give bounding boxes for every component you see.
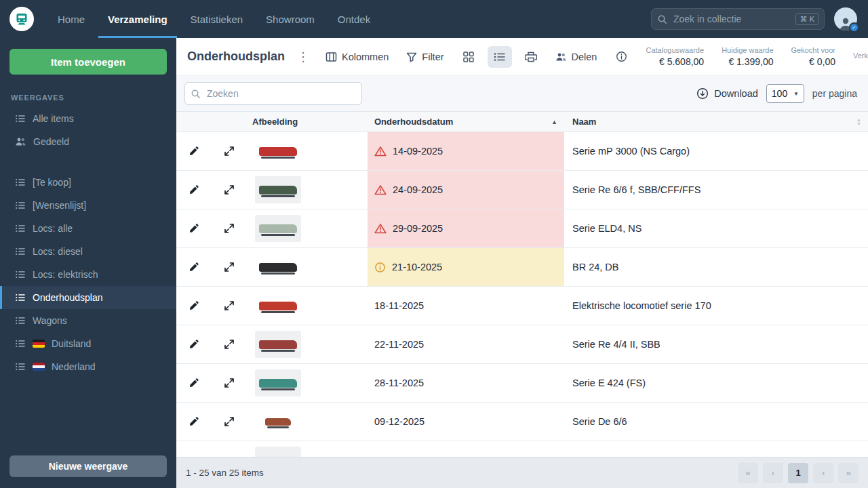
sidebar-item-wagons[interactable]: Wagons bbox=[0, 309, 176, 332]
table-row: 09-12-2025Serie De 6/6 bbox=[176, 403, 868, 441]
page-title: Onderhoudsplan bbox=[187, 49, 285, 64]
stat-label: Cataloguswaarde bbox=[646, 46, 705, 54]
col-afbeelding[interactable]: Afbeelding bbox=[247, 112, 368, 131]
table-footer: 1 - 25 van 25 items «‹1›» bbox=[176, 457, 868, 488]
alert-triangle-icon bbox=[374, 146, 387, 157]
page-button[interactable]: ‹ bbox=[763, 463, 783, 483]
maintenance-date: 29-09-2025 bbox=[393, 223, 443, 234]
stat-value: € 1.399,00 bbox=[722, 56, 773, 67]
item-thumbnail[interactable] bbox=[255, 369, 301, 396]
expand-icon[interactable] bbox=[224, 184, 235, 195]
edit-icon[interactable] bbox=[189, 262, 199, 272]
keyboard-shortcut-badge: ⌘ K bbox=[795, 13, 819, 25]
edit-icon[interactable] bbox=[189, 339, 199, 350]
nav-item-statistieken[interactable]: Statistieken bbox=[179, 0, 255, 38]
columns-button[interactable]: Kolommen bbox=[320, 47, 394, 66]
expand-icon[interactable] bbox=[224, 339, 235, 350]
flag-nl-icon bbox=[33, 363, 45, 371]
item-thumbnail[interactable] bbox=[255, 331, 301, 358]
table-row: 28-11-2025Serie E 424 (FS) bbox=[176, 364, 868, 403]
edit-icon[interactable] bbox=[189, 378, 199, 388]
expand-icon[interactable] bbox=[224, 300, 235, 311]
sidebar-item-duitsland[interactable]: Duitsland bbox=[0, 332, 176, 355]
page-button-current[interactable]: 1 bbox=[788, 463, 808, 483]
list-view-button[interactable] bbox=[488, 46, 512, 68]
download-label: Download bbox=[714, 88, 758, 99]
new-view-button[interactable]: Nieuwe weergave bbox=[9, 455, 167, 477]
nav-item-verzameling[interactable]: Verzameling bbox=[96, 0, 179, 38]
edit-icon[interactable] bbox=[189, 146, 199, 157]
page-size-select[interactable]: 100 ▼ bbox=[766, 84, 804, 103]
sort-icons: ▲▼ bbox=[856, 118, 861, 126]
nav-item-showroom[interactable]: Showroom bbox=[254, 0, 326, 38]
add-item-button[interactable]: Item toevoegen bbox=[9, 49, 167, 75]
sidebar-item-alle-items[interactable]: Alle items bbox=[0, 107, 176, 130]
share-button[interactable]: Delen bbox=[550, 47, 603, 66]
alert-triangle-icon bbox=[374, 223, 387, 234]
columns-icon bbox=[326, 52, 337, 62]
col-naam[interactable]: Naam ▲▼ bbox=[564, 112, 868, 131]
item-thumbnail[interactable] bbox=[255, 447, 301, 457]
col-onderhoudsdatum[interactable]: Onderhoudsdatum ▲ bbox=[368, 112, 564, 131]
edit-icon[interactable] bbox=[189, 416, 199, 427]
train-image bbox=[259, 302, 297, 310]
app-logo[interactable] bbox=[9, 7, 34, 31]
expand-icon[interactable] bbox=[224, 146, 235, 157]
print-button[interactable] bbox=[519, 46, 543, 68]
more-menu-button[interactable]: ⋮ bbox=[293, 49, 313, 64]
expand-icon[interactable] bbox=[224, 223, 235, 234]
expand-icon[interactable] bbox=[224, 262, 235, 272]
expand-icon[interactable] bbox=[224, 378, 235, 388]
sidebar-group-gap bbox=[9, 153, 167, 171]
item-name-cell: Serie E 424 (FS) bbox=[564, 364, 868, 402]
nav-item-ontdek[interactable]: Ontdek bbox=[326, 0, 382, 38]
avatar[interactable]: ✓ bbox=[834, 7, 857, 30]
filter-button[interactable]: Filter bbox=[401, 47, 449, 66]
table-body: 14-09-2025Serie mP 3000 (NS Cargo)24-09-… bbox=[176, 132, 868, 457]
page-button[interactable]: » bbox=[838, 463, 859, 483]
list-icon bbox=[15, 338, 26, 349]
sidebar-item-label: [Wensenlijst] bbox=[33, 200, 86, 211]
maintenance-date-cell: 22-11-2025 bbox=[368, 325, 564, 363]
sidebar-item-locs-elektrisch[interactable]: Locs: elektrisch bbox=[0, 263, 176, 286]
download-button[interactable]: Download bbox=[696, 87, 758, 100]
item-thumbnail[interactable] bbox=[255, 253, 301, 281]
expand-icon[interactable] bbox=[224, 416, 235, 427]
sidebar-item-locs-alle[interactable]: Locs: alle bbox=[0, 217, 176, 240]
verified-badge-icon: ✓ bbox=[849, 22, 859, 33]
sidebar-item-wensenlijst[interactable]: [Wensenlijst] bbox=[0, 194, 176, 217]
page-button[interactable]: « bbox=[738, 463, 758, 483]
view-toolbar: Onderhoudsplan ⋮ Kolommen Filter bbox=[176, 38, 868, 76]
item-thumbnail[interactable] bbox=[255, 292, 301, 319]
col-edit bbox=[176, 112, 212, 131]
page-size-value: 100 bbox=[772, 88, 787, 99]
share-label: Delen bbox=[572, 52, 597, 62]
stat-gekocht-voor: Gekocht voor€ 0,00 bbox=[791, 46, 835, 67]
table-search-input[interactable] bbox=[184, 82, 362, 105]
sidebar-item-te-koop[interactable]: [Te koop] bbox=[0, 171, 176, 194]
main-nav: HomeVerzamelingStatistiekenShowroomOntde… bbox=[46, 0, 382, 38]
train-image bbox=[265, 418, 291, 426]
sidebar-item-label: [Te koop] bbox=[33, 177, 71, 188]
item-thumbnail[interactable] bbox=[255, 408, 301, 435]
nav-item-home[interactable]: Home bbox=[46, 0, 96, 38]
page-button[interactable]: › bbox=[813, 463, 833, 483]
sidebar-item-locs-diesel[interactable]: Locs: diesel bbox=[0, 240, 176, 263]
item-thumbnail[interactable] bbox=[255, 138, 301, 165]
item-thumbnail[interactable] bbox=[255, 176, 301, 203]
col-naam-label: Naam bbox=[572, 117, 596, 127]
printer-icon bbox=[525, 51, 537, 63]
info-button[interactable] bbox=[609, 46, 633, 68]
item-thumbnail[interactable] bbox=[255, 215, 301, 242]
edit-icon[interactable] bbox=[189, 223, 199, 234]
table-row bbox=[176, 441, 868, 457]
grid-view-button[interactable] bbox=[456, 46, 481, 68]
item-name: Serie ELD4, NS bbox=[572, 223, 642, 234]
sidebar-item-onderhoudsplan[interactable]: Onderhoudsplan bbox=[0, 286, 176, 309]
sidebar-item-gedeeld[interactable]: Gedeeld bbox=[0, 130, 176, 153]
sidebar-item-nederland[interactable]: Nederland bbox=[0, 355, 176, 378]
train-image bbox=[259, 340, 297, 349]
edit-icon[interactable] bbox=[189, 300, 199, 311]
item-name: BR 24, DB bbox=[572, 262, 619, 272]
edit-icon[interactable] bbox=[189, 184, 199, 195]
